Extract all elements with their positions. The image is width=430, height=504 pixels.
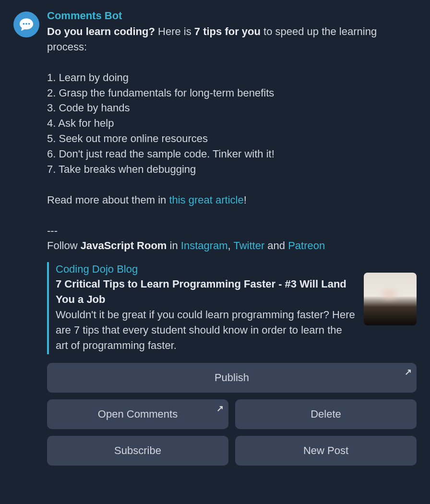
patreon-link[interactable]: Patreon [288,240,325,252]
post-body: Do you learn coding? Here is 7 tips for … [47,24,417,253]
lead-question: Do you learn coding? [47,25,155,37]
sep2: and [264,240,288,252]
tip-5: 5. Seek out more online resources [47,132,208,144]
subscribe-label: Subscribe [114,444,161,456]
subscribe-button[interactable]: Subscribe [47,436,228,466]
read-more-suffix: ! [244,194,247,206]
tip-6: 6. Don't just read the sample code. Tink… [47,148,275,160]
follow-in: in [167,240,180,252]
external-link-icon: ↗ [405,367,412,377]
author-name[interactable]: Comments Bot [47,10,417,22]
article-link[interactable]: this great article [169,194,243,206]
sep1: , [228,240,234,252]
twitter-link[interactable]: Twitter [233,240,264,252]
lead-mid: Here is [155,25,194,37]
tip-3: 3. Code by hands [47,102,130,114]
new-post-button[interactable]: New Post [235,436,417,466]
bot-avatar [13,12,39,37]
preview-text: Coding Dojo Blog 7 Critical Tips to Lear… [56,263,356,353]
follow-room: JavaScript Room [81,240,167,252]
message: Comments Bot Do you learn coding? Here i… [13,10,417,466]
chat-bubble-icon [18,16,35,33]
tip-4: 4. Ask for help [47,117,114,129]
tip-7: 7. Take breaks when debugging [47,163,196,175]
publish-button[interactable]: Publish ↗ [47,363,417,393]
button-panel: Publish ↗ Open Comments ↗ Delete Subscri… [47,363,417,466]
link-preview[interactable]: Coding Dojo Blog 7 Critical Tips to Lear… [47,262,417,354]
svg-point-1 [25,23,27,25]
read-more-prefix: Read more about them in [47,194,169,206]
svg-point-0 [23,23,24,25]
open-comments-label: Open Comments [98,408,178,420]
publish-label: Publish [215,372,249,384]
preview-title: 7 Critical Tips to Learn Programming Fas… [56,276,356,307]
tip-1: 1. Learn by doing [47,72,129,84]
svg-point-2 [28,23,30,25]
divider: --- [47,225,58,237]
tip-2: 2. Grasp the fundamentals for long-term … [47,87,274,99]
delete-button[interactable]: Delete [235,399,417,429]
follow-prefix: Follow [47,240,81,252]
external-link-icon: ↗ [216,403,224,414]
preview-thumbnail [364,273,417,325]
preview-description: Wouldn't it be great if you could learn … [56,307,356,353]
message-content: Comments Bot Do you learn coding? Here i… [47,10,417,466]
open-comments-button[interactable]: Open Comments ↗ [47,399,228,429]
instagram-link[interactable]: Instagram [181,240,228,252]
preview-source: Coding Dojo Blog [56,263,356,276]
new-post-label: New Post [303,444,348,456]
delete-label: Delete [311,408,341,420]
lead-bold: 7 tips for you [194,25,261,37]
